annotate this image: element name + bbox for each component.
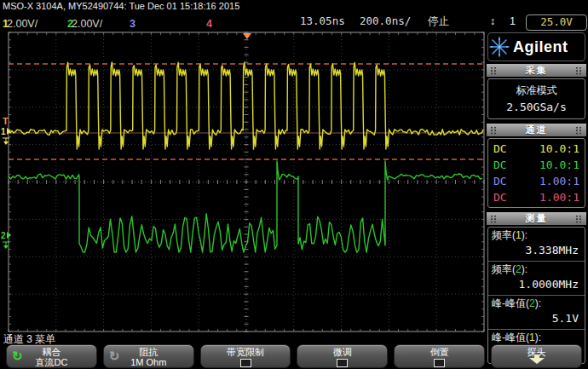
section-header-acquisition: 采集 xyxy=(487,64,586,77)
measurement-row-2: 频率(2):1.0000MHz xyxy=(488,262,585,296)
channel-row-1: DC10.0:1 xyxy=(488,141,585,157)
checkbox[interactable] xyxy=(434,359,445,367)
softkey-impedance[interactable]: ↻阻抗1M Ohm xyxy=(103,344,194,368)
softkey-menu: ↻耦合直流DC↻阻抗1M Ohm带宽限制微调倒置探头 xyxy=(0,344,588,368)
trigger-level-box[interactable]: 25.0V xyxy=(526,14,587,31)
section-header-channels: 通道 xyxy=(487,124,586,136)
softkey-label: 带宽限制 xyxy=(201,347,291,357)
acquisition-box: 标准模式 2.50GSa/s xyxy=(487,78,585,119)
softkey-bandwidth-limit[interactable]: 带宽限制 xyxy=(200,344,291,368)
brand-logo: Agilent xyxy=(487,32,585,61)
channel-row-2: DC10.0:1 xyxy=(488,157,585,173)
delay-readout: 13.05ns xyxy=(300,14,345,28)
waveform-display: T12 xyxy=(0,31,486,332)
measurement-row-3: 峰-峰值(2):5.1V xyxy=(488,296,585,330)
softkey-probe[interactable]: 探头 xyxy=(491,344,582,368)
ch2-ground-marker: 2 xyxy=(1,231,6,240)
acquisition-mode: 标准模式 xyxy=(488,79,585,98)
agilent-spark-icon xyxy=(488,36,510,58)
submenu-arrow-icon xyxy=(529,358,545,364)
statusbar: 13.05ns 200.0ns/ 停止 ↕ 1 25.0V 12.00V/22.… xyxy=(0,12,588,31)
channel-row-4: DC1.00:1 xyxy=(488,189,585,205)
section-header-measurements: 测量 xyxy=(487,212,586,225)
sidebar: Agilent 采集 标准模式 2.50GSa/s 通道 DC10.0:1DC1… xyxy=(487,32,586,332)
cycle-values-icon: ↻ xyxy=(12,349,23,362)
ch1-ground-marker: 1 xyxy=(1,127,6,136)
sample-rate: 2.50GSa/s xyxy=(488,98,585,118)
measurements-box: 频率(1):3.338MHz频率(2):1.0000MHz峰-峰值(2):5.1… xyxy=(487,227,585,364)
waveform-area: T12 xyxy=(0,31,486,332)
trigger-source: 1 xyxy=(510,14,516,28)
softkey-label: 倒置 xyxy=(395,347,484,357)
trigger-position-marker xyxy=(243,33,251,39)
softkey-invert[interactable]: 倒置 xyxy=(394,344,485,368)
softkey-label: 微调 xyxy=(297,347,387,357)
channel-settings-box: DC10.0:1DC10.0:1DC1.00:1DC1.00:1 xyxy=(487,138,585,208)
oscilloscope-screen: { "titlebar": {"text": "MSO-X 3104A, MY5… xyxy=(0,0,588,369)
trigger-slope-icon: ↕ xyxy=(490,14,495,28)
titlebar: MSO-X 3104A, MY52490744: Tue Dec 01 15:1… xyxy=(0,0,588,12)
channel-row-3: DC1.00:1 xyxy=(488,173,585,189)
checkbox[interactable] xyxy=(240,359,251,367)
brand-name: Agilent xyxy=(513,38,568,56)
softkey-fine-adjust[interactable]: 微调 xyxy=(297,344,388,368)
softkey-coupling[interactable]: ↻耦合直流DC xyxy=(6,344,97,368)
measurement-row-1: 频率(1):3.338MHz xyxy=(488,228,585,262)
ch1-trace xyxy=(9,62,483,149)
run-state: 停止 xyxy=(428,14,449,28)
trigger-level-marker: T xyxy=(3,116,9,126)
timebase-readout: 200.0ns/ xyxy=(360,14,411,28)
cycle-values-icon: ↻ xyxy=(109,349,120,362)
checkbox[interactable] xyxy=(337,359,348,367)
